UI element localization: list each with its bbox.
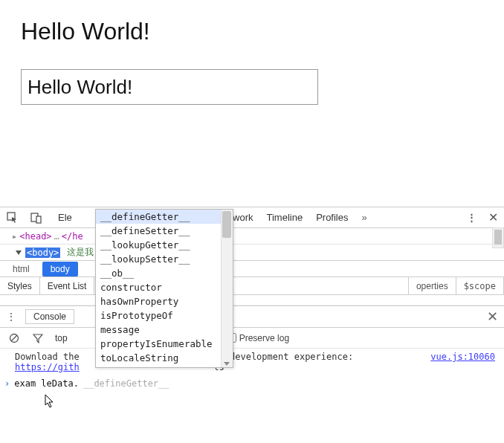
tree-toggle-icon[interactable]: ▸: [12, 231, 17, 242]
autocomplete-popup: __defineGetter__ __defineSetter__ __look…: [95, 209, 233, 368]
styles-subtabs: Styles Event List operties $scope: [0, 277, 504, 295]
ac-item[interactable]: hasOwnProperty: [96, 294, 233, 308]
context-selector[interactable]: top: [55, 333, 68, 343]
prompt-ghost: __defineGetter__: [83, 378, 169, 389]
styles-filter-row: [0, 295, 504, 305]
source-link[interactable]: vue.js:10060: [430, 352, 495, 362]
console-log-line: https://gith ls: [15, 362, 498, 372]
rendered-page: Hello World!: [0, 0, 504, 123]
kebab-menu-icon[interactable]: ⋮: [467, 212, 478, 223]
elements-scrollbar[interactable]: [492, 227, 504, 248]
prompt-chevron-icon: ›: [4, 378, 10, 389]
subtab-styles[interactable]: Styles: [0, 277, 40, 294]
console-close-icon[interactable]: ✕: [487, 308, 498, 325]
ac-item[interactable]: __defineSetter__: [96, 224, 233, 238]
ac-item[interactable]: constructor: [96, 280, 233, 294]
ac-item[interactable]: __lookupSetter__: [96, 252, 233, 266]
svg-rect-2: [36, 216, 41, 223]
console-tab[interactable]: Console: [25, 309, 74, 324]
ac-item[interactable]: __ob__: [96, 266, 233, 280]
dom-head-open: <head>: [19, 231, 51, 242]
filter-icon[interactable]: [31, 332, 45, 345]
tree-toggle-open-icon[interactable]: [16, 250, 22, 255]
console-body: vue.js:10060 Download the ter developmen…: [0, 349, 504, 395]
console-prompt[interactable]: › exam leData.__defineGetter__: [4, 378, 498, 389]
console-menu-icon[interactable]: ⋮: [6, 311, 16, 323]
console-toolbar: top Preserve log: [0, 328, 504, 349]
breadcrumb: html body: [0, 261, 504, 277]
ac-item[interactable]: toLocaleString: [96, 351, 233, 365]
devtools-panel: Ele Network Timeline Profiles » ⋮ ✕ ▸ <h…: [0, 207, 504, 443]
elements-dom-row[interactable]: ▸ <head> … </he: [0, 228, 504, 245]
tabs-overflow-icon[interactable]: »: [362, 212, 367, 223]
console-drawer-header: ⋮ Console ✕: [0, 305, 504, 328]
dom-head-close: </he: [62, 231, 83, 242]
chevron-down-icon[interactable]: [224, 362, 230, 366]
inspect-element-icon[interactable]: [6, 211, 19, 224]
console-log-line: Download the ter development experience:: [15, 352, 498, 362]
ac-item[interactable]: isPrototypeOf: [96, 308, 233, 323]
elements-dom-row-body[interactable]: <body> 这是我: [0, 245, 504, 261]
preserve-log-label: Preserve log: [239, 333, 289, 343]
ac-item[interactable]: __defineGetter__: [96, 210, 233, 224]
subtab-properties[interactable]: operties: [408, 277, 456, 294]
svg-line-4: [11, 335, 17, 341]
hello-input[interactable]: [21, 69, 318, 105]
subtab-event[interactable]: Event List: [40, 277, 95, 294]
devtools-tabbar: Ele Network Timeline Profiles » ⋮ ✕: [0, 207, 504, 228]
device-toggle-icon[interactable]: [30, 211, 43, 224]
ac-item[interactable]: message: [96, 323, 233, 337]
crumb-html[interactable]: html: [4, 262, 38, 277]
tab-timeline[interactable]: Timeline: [266, 212, 303, 223]
prompt-typed: exam leData.: [14, 378, 79, 389]
close-icon[interactable]: ✕: [488, 210, 498, 224]
tab-elements[interactable]: Ele: [58, 212, 72, 223]
preserve-log-checkbox[interactable]: Preserve log: [227, 333, 289, 343]
ac-item[interactable]: propertyIsEnumerable: [96, 337, 233, 351]
dom-body-tag[interactable]: <body>: [25, 248, 60, 258]
ac-scrollbar[interactable]: [221, 210, 233, 367]
ac-item[interactable]: __lookupGetter__: [96, 238, 233, 252]
subtab-scope[interactable]: $scope: [456, 277, 504, 294]
page-heading: Hello World!: [21, 18, 483, 45]
crumb-body[interactable]: body: [42, 262, 78, 277]
tab-profiles[interactable]: Profiles: [316, 212, 348, 223]
dom-comment: 这是我: [67, 246, 94, 259]
clear-console-icon[interactable]: [7, 332, 21, 345]
